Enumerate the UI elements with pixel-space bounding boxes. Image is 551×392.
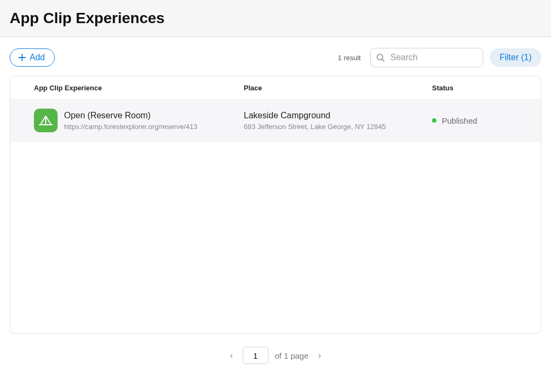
place-address: 683 Jefferson Street, Lake George, NY 12… — [244, 123, 432, 131]
experience-text: Open (Reserve Room) https://camp.foreste… — [64, 111, 197, 131]
plus-icon — [18, 53, 26, 62]
page-title: App Clip Experiences — [10, 10, 541, 27]
search-field-wrap — [370, 48, 483, 67]
table-header-row: App Clip Experience Place Status — [10, 76, 541, 99]
filter-button[interactable]: Filter (1) — [490, 48, 541, 67]
app-clip-icon — [34, 109, 58, 132]
place-name: Lakeside Campground — [244, 111, 432, 120]
cell-status: Published — [432, 116, 528, 125]
experiences-table: App Clip Experience Place Status Open (R… — [10, 76, 541, 334]
search-icon — [376, 53, 385, 62]
column-header-experience: App Clip Experience — [34, 84, 244, 92]
search-input[interactable] — [370, 48, 483, 67]
cell-experience: Open (Reserve Room) https://camp.foreste… — [34, 109, 244, 132]
toolbar: Add 1 result Filter (1) — [0, 37, 551, 72]
page-suffix-label: of 1 page — [275, 351, 309, 360]
page-header: App Clip Experiences — [0, 0, 551, 37]
page-input[interactable] — [243, 347, 269, 364]
prev-page-button[interactable]: ‹ — [227, 348, 236, 362]
tent-icon — [39, 113, 53, 127]
experience-url: https://camp.forestexplorer.org/reserve/… — [64, 123, 197, 131]
column-header-place: Place — [244, 84, 432, 92]
table-row[interactable]: Open (Reserve Room) https://camp.foreste… — [10, 99, 541, 141]
experience-title: Open (Reserve Room) — [64, 111, 197, 120]
add-button[interactable]: Add — [10, 48, 55, 67]
next-page-button[interactable]: › — [315, 348, 324, 362]
status-dot-icon — [432, 118, 436, 123]
status-label: Published — [442, 116, 477, 125]
result-count: 1 result — [338, 54, 361, 62]
chevron-right-icon: › — [318, 351, 321, 360]
filter-button-label: Filter (1) — [499, 53, 532, 62]
pagination: ‹ of 1 page › — [0, 347, 551, 364]
column-header-status: Status — [432, 84, 528, 92]
cell-place: Lakeside Campground 683 Jefferson Street… — [244, 111, 432, 131]
chevron-left-icon: ‹ — [230, 351, 232, 360]
add-button-label: Add — [30, 53, 45, 62]
